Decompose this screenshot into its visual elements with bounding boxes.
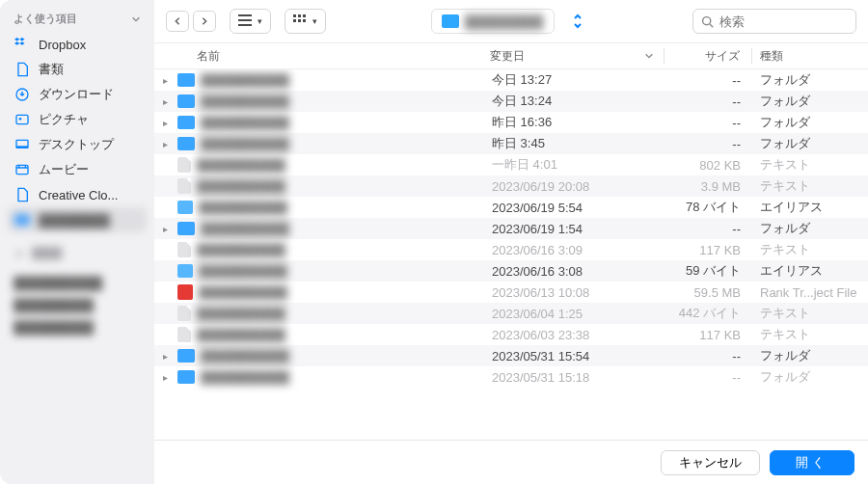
disclosure-triangle-icon[interactable]: ▸ <box>158 351 172 362</box>
table-body[interactable]: ▸██████████今日 13:27--フォルダ▸██████████今日 1… <box>154 69 868 440</box>
search-field[interactable] <box>692 9 856 34</box>
table-row[interactable]: ▸██████████昨日 16:36--フォルダ <box>154 112 868 133</box>
sidebar-item-label: デスクトップ <box>39 136 114 153</box>
disclosure-triangle-icon[interactable]: ▸ <box>158 224 172 234</box>
sidebar-item-label: ピクチャ <box>39 111 89 128</box>
doc-icon <box>177 327 191 342</box>
cell-kind: フォルダ <box>752 220 868 237</box>
svg-point-2 <box>19 118 22 121</box>
table-row[interactable]: ▸██████████2023/06/19 1:54--フォルダ <box>154 218 868 239</box>
chevron-down-icon: ▾ <box>258 16 262 26</box>
cell-size: -- <box>665 222 752 236</box>
cell-kind: フォルダ <box>752 347 868 364</box>
desktop-icon <box>14 136 31 153</box>
svg-rect-4 <box>16 146 28 148</box>
cell-date: 2023/06/19 1:54 <box>492 222 665 236</box>
table-row[interactable]: ▸██████████昨日 3:45--フォルダ <box>154 133 868 154</box>
forward-button[interactable] <box>193 11 216 32</box>
disclosure-triangle-icon[interactable]: ▸ <box>158 75 172 86</box>
sidebar-item-label: ムービー <box>39 161 89 178</box>
movie-icon <box>14 161 31 178</box>
main-panel: ▾ ▾ ████████ <box>154 0 868 484</box>
current-folder-name: ████████ <box>465 14 544 29</box>
view-grid-button[interactable]: ▾ <box>285 9 326 34</box>
cell-size: 59 バイト <box>665 262 752 280</box>
view-list-button[interactable]: ▾ <box>230 9 271 34</box>
disclosure-triangle-icon[interactable]: ▸ <box>158 96 172 107</box>
column-header-name[interactable]: 名前 <box>154 48 490 65</box>
disclosure-triangle-icon[interactable]: ▸ <box>158 118 172 128</box>
folder-icon <box>14 211 31 229</box>
cell-date: 一昨日 4:01 <box>492 156 665 174</box>
column-header-kind[interactable]: 種類 <box>752 48 868 65</box>
column-header-date[interactable]: 変更日 <box>490 48 664 65</box>
cell-name: ██████████ <box>154 157 492 173</box>
svg-rect-8 <box>298 14 301 17</box>
table-row[interactable]: ██████████2023/06/04 1:25442 バイトテキスト <box>154 303 868 324</box>
sidebar-section-header[interactable]: よく使う項目 <box>8 8 147 32</box>
svg-rect-6 <box>14 214 30 226</box>
sidebar-item-creative-cloud[interactable]: Creative Clo... <box>8 182 147 207</box>
sidebar-item-downloads[interactable]: ダウンロード <box>8 82 147 107</box>
nav-buttons <box>166 11 216 32</box>
folder-icon <box>442 14 459 28</box>
cell-date: 2023/06/19 20:08 <box>492 179 665 194</box>
table-row[interactable]: ██████████2023/06/16 3:0859 バイトエイリアス <box>154 260 868 282</box>
table-row[interactable]: ██████████2023/06/19 5:5478 バイトエイリアス <box>154 197 868 218</box>
dropbox-icon <box>14 36 31 53</box>
search-input[interactable] <box>719 14 868 29</box>
cell-size: -- <box>665 94 752 109</box>
sidebar-section-title: よく使う項目 <box>14 12 77 26</box>
cell-size: 59.5 MB <box>665 285 752 300</box>
table-row[interactable]: ██████████2023/06/16 3:09117 KBテキスト <box>154 239 868 260</box>
cell-name: ▸██████████ <box>154 222 492 236</box>
table-row[interactable]: ▸██████████今日 13:27--フォルダ <box>154 69 868 91</box>
column-header-size[interactable]: サイズ <box>665 48 751 65</box>
sort-descending-icon <box>644 51 654 61</box>
table-row[interactable]: ▸██████████2023/05/31 15:18--フォルダ <box>154 366 868 388</box>
sidebar-item[interactable]: █████████ <box>8 316 147 338</box>
sidebar-item-selected[interactable]: ████████ <box>8 207 147 232</box>
svg-rect-9 <box>303 14 306 17</box>
sidebar-item[interactable]: ██████████ <box>8 272 147 294</box>
cell-kind: フォルダ <box>752 368 868 386</box>
back-button[interactable] <box>166 11 189 32</box>
table-row[interactable]: ▸██████████2023/05/31 15:54--フォルダ <box>154 345 868 366</box>
sidebar-item-movies[interactable]: ムービー <box>8 157 147 182</box>
table-row[interactable]: ██████████2023/06/03 23:38117 KBテキスト <box>154 324 868 345</box>
sidebar-section-header-2[interactable]: ☁︎████ <box>8 242 147 262</box>
path-popup-button[interactable] <box>568 9 587 34</box>
cell-size: 117 KB <box>665 243 752 257</box>
table-row[interactable]: ██████████一昨日 4:01802 KBテキスト <box>154 154 868 175</box>
cell-date: 2023/05/31 15:18 <box>492 370 665 385</box>
cell-date: 2023/06/16 3:09 <box>492 243 665 257</box>
file-name: ██████████ <box>197 243 285 257</box>
sidebar-item[interactable]: █████████ <box>8 294 147 316</box>
disclosure-triangle-icon[interactable]: ▸ <box>158 139 172 149</box>
cell-kind: フォルダ <box>752 93 868 110</box>
open-button[interactable]: 開く <box>770 450 854 475</box>
table-row[interactable]: ▸██████████今日 13:24--フォルダ <box>154 91 868 112</box>
path-control[interactable]: ████████ <box>431 9 555 34</box>
cell-name: ▸██████████ <box>154 137 492 151</box>
cell-date: 2023/06/19 5:54 <box>492 201 665 215</box>
svg-point-13 <box>703 16 711 24</box>
cell-name: ██████████ <box>154 284 492 300</box>
table-row[interactable]: ██████████2023/06/13 10:0859.5 MBRank Tr… <box>154 282 868 303</box>
sidebar-item-pictures[interactable]: ピクチャ <box>8 107 147 132</box>
sidebar-item-dropbox[interactable]: Dropbox <box>8 32 147 57</box>
cell-kind: エイリアス <box>752 262 868 280</box>
cell-size: 78 バイト <box>665 199 752 216</box>
sidebar-item-desktop[interactable]: デスクトップ <box>8 132 147 157</box>
alias-icon <box>177 201 193 214</box>
folder-icon <box>177 370 195 384</box>
cell-size: 802 KB <box>665 158 752 173</box>
disclosure-triangle-icon[interactable]: ▸ <box>158 372 172 383</box>
search-icon <box>701 15 714 28</box>
table-row[interactable]: ██████████2023/06/19 20:083.9 MBテキスト <box>154 175 868 197</box>
sidebar-item-documents[interactable]: 書類 <box>8 57 147 82</box>
cancel-button[interactable]: キャンセル <box>661 450 760 475</box>
folder-icon <box>177 116 195 129</box>
cell-date: 2023/06/03 23:38 <box>492 328 665 342</box>
file-name: ██████████ <box>197 179 285 194</box>
